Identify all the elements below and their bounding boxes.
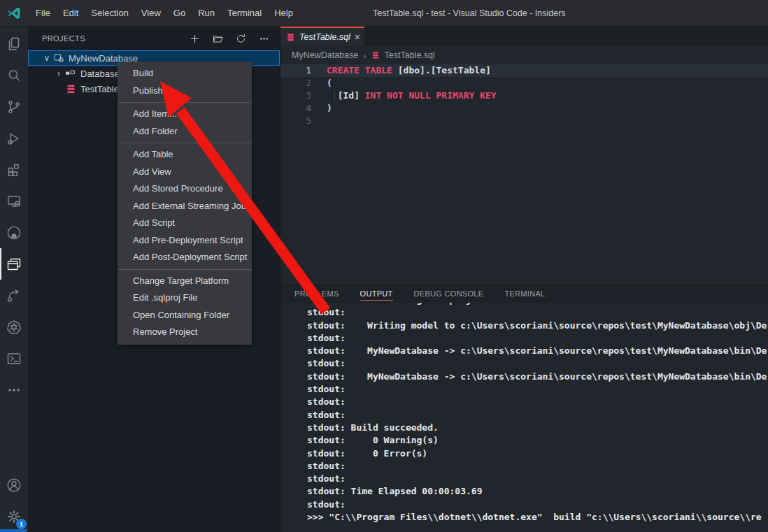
sidebar-title: PROJECTS bbox=[42, 34, 188, 43]
context-menu-item-publish[interactable]: Publish bbox=[118, 82, 252, 100]
menu-bar: FileEditSelectionViewGoRunTerminalHelp bbox=[29, 0, 299, 26]
editor-group: TestTable.sql × MyNewDatabase › TestTabl… bbox=[280, 27, 768, 532]
output-line: stdout: MyNewDatabase -> c:\Users\scoria… bbox=[307, 345, 768, 357]
menu-file[interactable]: File bbox=[29, 0, 57, 26]
context-menu-item-remove-project[interactable]: Remove Project bbox=[118, 324, 252, 341]
output-line: stdout: 0 Warning(s) bbox=[307, 434, 768, 447]
context-menu-item-add-pre-deployment-script[interactable]: Add Pre-Deployment Script bbox=[118, 232, 252, 250]
db-project-icon bbox=[52, 52, 65, 64]
panel-tab-terminal[interactable]: TERMINAL bbox=[504, 289, 545, 303]
kubernetes-icon[interactable] bbox=[0, 311, 28, 343]
menu-terminal[interactable]: Terminal bbox=[221, 0, 268, 26]
menu-edit[interactable]: Edit bbox=[57, 0, 85, 26]
code-text: ) bbox=[311, 102, 332, 115]
more-icon[interactable] bbox=[257, 32, 270, 45]
panel-tab-debug-console[interactable]: DEBUG CONSOLE bbox=[414, 289, 484, 303]
line-number: 4 bbox=[280, 102, 311, 115]
project-context-menu: BuildPublishAdd Item...Add FolderAdd Tab… bbox=[118, 62, 252, 345]
line-number: 3 bbox=[280, 89, 311, 102]
menu-view[interactable]: View bbox=[135, 0, 167, 26]
breadcrumb-file[interactable]: TestTable.sql bbox=[385, 50, 435, 60]
code-line-2[interactable]: 2( bbox=[280, 77, 768, 89]
add-icon[interactable] bbox=[188, 32, 201, 45]
source-control-icon[interactable] bbox=[0, 91, 28, 122]
explorer-icon[interactable] bbox=[0, 28, 28, 59]
indent-guide bbox=[334, 90, 335, 102]
code-editor[interactable]: 1CREATE TABLE [dbo].[TestTable]2(3 [Id] … bbox=[280, 64, 768, 284]
code-line-1[interactable]: 1CREATE TABLE [dbo].[TestTable] bbox=[280, 64, 768, 77]
menu-run[interactable]: Run bbox=[192, 0, 221, 26]
vscode-insiders-logo-icon bbox=[6, 6, 22, 21]
context-menu-item-edit-sqlproj-file[interactable]: Edit .sqlproj File bbox=[118, 289, 252, 307]
output-line: stdout: 0 Error(s) bbox=[307, 447, 768, 460]
sql-database-icon bbox=[371, 51, 380, 59]
code-text bbox=[311, 115, 327, 127]
output-line: stdout: bbox=[307, 409, 768, 422]
db-references-icon bbox=[64, 68, 77, 79]
open-folder-icon[interactable] bbox=[211, 32, 224, 45]
context-menu-item-add-stored-procedure[interactable]: Add Stored Procedure bbox=[118, 180, 252, 198]
menu-separator bbox=[118, 143, 251, 143]
refresh-icon[interactable] bbox=[234, 32, 247, 45]
run-debug-icon[interactable] bbox=[0, 122, 28, 154]
output-line: stdout: bbox=[307, 383, 768, 396]
breadcrumb-project[interactable]: MyNewDatabase bbox=[292, 50, 358, 60]
context-menu-item-build[interactable]: Build bbox=[118, 65, 252, 82]
chevron-right-icon[interactable]: › bbox=[53, 66, 64, 81]
share-arrow-icon[interactable] bbox=[0, 280, 28, 311]
code-text: ( bbox=[311, 77, 332, 89]
code-line-5[interactable]: 5 bbox=[280, 115, 768, 127]
activity-bar: 1 bbox=[0, 27, 28, 532]
account-icon[interactable] bbox=[0, 469, 28, 501]
output-line: stdout: bbox=[307, 357, 768, 370]
panel-tab-problems[interactable]: PROBLEMS bbox=[294, 289, 339, 303]
output-line: stdout: Build succeeded. bbox=[307, 422, 768, 434]
tab-close-icon[interactable]: × bbox=[355, 31, 360, 43]
output-line: stdout: Time Elapsed 00:00:03.69 bbox=[307, 485, 768, 498]
tab-label: TestTable.sql bbox=[299, 32, 350, 42]
github-icon[interactable] bbox=[0, 217, 28, 248]
context-menu-item-add-table[interactable]: Add Table bbox=[118, 146, 252, 164]
tab-testtable-sql[interactable]: TestTable.sql × bbox=[280, 27, 364, 46]
context-menu-item-add-view[interactable]: Add View bbox=[118, 164, 252, 181]
panel-tab-output[interactable]: OUTPUT bbox=[360, 289, 393, 303]
extensions-icon[interactable] bbox=[0, 154, 28, 185]
code-line-4[interactable]: 4) bbox=[280, 102, 768, 115]
context-menu-item-add-external-streaming-job[interactable]: Add External Streaming Job bbox=[118, 198, 252, 215]
powershell-icon[interactable] bbox=[0, 343, 28, 374]
code-line-3[interactable]: 3 [Id] INT NOT NULL PRIMARY KEY bbox=[280, 89, 768, 102]
sql-database-icon bbox=[286, 33, 295, 42]
output-line: stdout: bbox=[307, 332, 768, 345]
context-menu-item-add-post-deployment-script[interactable]: Add Post-Deployment Script bbox=[118, 249, 252, 266]
database-projects-icon[interactable] bbox=[0, 248, 28, 280]
output-line: stdout: MyNewDatabase -> c:\Users\scoria… bbox=[307, 371, 768, 383]
menu-go[interactable]: Go bbox=[167, 0, 192, 26]
output-line: stdout: Writing model to c:\Users\scoria… bbox=[307, 319, 768, 332]
settings-gear-icon[interactable]: 1 bbox=[0, 501, 28, 532]
menu-separator bbox=[118, 269, 251, 270]
sql-file-icon bbox=[64, 84, 77, 94]
more-tools-icon[interactable] bbox=[0, 374, 28, 405]
context-menu-item-add-folder[interactable]: Add Folder bbox=[118, 123, 252, 141]
context-menu-item-add-script[interactable]: Add Script bbox=[118, 215, 252, 232]
breadcrumb[interactable]: MyNewDatabase › TestTable.sql bbox=[280, 46, 768, 64]
chevron-down-icon[interactable]: ∨ bbox=[41, 50, 52, 66]
panel-tab-bar: PROBLEMSOUTPUTDEBUG CONSOLETERMINAL bbox=[280, 284, 768, 303]
chevron-right-icon: › bbox=[363, 50, 366, 61]
menu-selection[interactable]: Selection bbox=[85, 0, 134, 26]
search-icon[interactable] bbox=[0, 59, 28, 91]
line-number: 2 bbox=[280, 77, 311, 89]
settings-badge: 1 bbox=[16, 519, 27, 529]
context-menu-item-add-item-[interactable]: Add Item... bbox=[118, 106, 252, 123]
editor-tab-bar: TestTable.sql × bbox=[280, 27, 768, 46]
output-line: stdout: bbox=[307, 306, 768, 319]
menu-help[interactable]: Help bbox=[268, 0, 299, 26]
output-line: stdout: bbox=[307, 460, 768, 473]
remote-explorer-icon[interactable] bbox=[0, 185, 28, 217]
context-menu-item-change-target-platform[interactable]: Change Target Platform bbox=[118, 273, 252, 290]
output-line: stdout: bbox=[307, 498, 768, 511]
output-console[interactable]: stdout: Validating the project model...s… bbox=[280, 303, 768, 532]
title-bar: FileEditSelectionViewGoRunTerminalHelp T… bbox=[0, 0, 768, 27]
context-menu-item-open-containing-folder[interactable]: Open Containing Folder bbox=[118, 307, 252, 324]
sidebar-header: PROJECTS bbox=[28, 27, 280, 50]
